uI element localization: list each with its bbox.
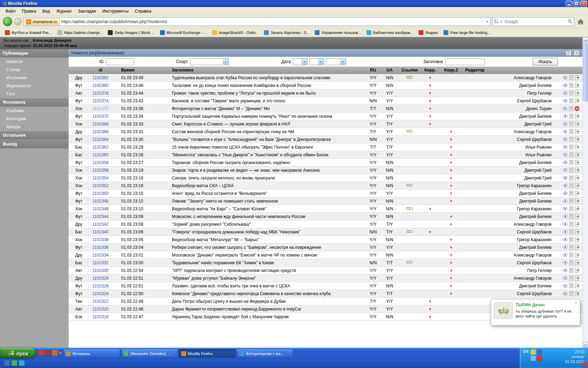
export-icon[interactable] (575, 237, 580, 242)
news-id-link[interactable]: 1102366 (92, 129, 108, 134)
korr2-cell[interactable]: + (440, 284, 462, 288)
edit-icon[interactable] (569, 283, 574, 288)
view-icon[interactable] (562, 161, 568, 164)
links-icon[interactable] (406, 75, 413, 80)
quicklaunch-icon[interactable] (38, 350, 44, 356)
edit-icon[interactable] (569, 183, 574, 188)
language-indicator[interactable]: EN (523, 349, 528, 354)
export-icon[interactable] (575, 175, 580, 180)
korr-cell[interactable]: + (420, 106, 440, 111)
vertical-scrollbar[interactable]: ▲ ▼ (582, 37, 588, 348)
sidebar-item[interactable]: Статьи (0, 66, 69, 74)
news-id-link[interactable]: 1102336 (92, 245, 108, 250)
korr2-cell[interactable]: + (440, 137, 462, 142)
korr-cell[interactable]: + (420, 314, 440, 319)
edit-icon[interactable] (569, 252, 574, 258)
export-icon[interactable] (575, 75, 580, 80)
export-icon[interactable] (575, 252, 580, 258)
minimize-button[interactable] (566, 1, 572, 6)
view-icon[interactable] (562, 207, 568, 211)
search-button[interactable]: Искать (533, 58, 558, 66)
news-id-link[interactable]: 1102324 (92, 291, 108, 296)
maximize-button[interactable] (573, 1, 580, 6)
bookmark-item[interactable]: Футбол и Хоккей Рос... (3, 29, 54, 36)
date-month-select[interactable]: ▼ (309, 58, 324, 65)
view-icon[interactable] (562, 137, 568, 141)
edit-icon[interactable] (569, 214, 574, 219)
blocked-icon[interactable] (574, 106, 580, 111)
menu-item[interactable]: Инструменты (99, 7, 132, 15)
export-icon[interactable] (575, 98, 580, 103)
taskbar-window-button[interactable]: Mozilla Firefox (179, 349, 236, 358)
tray-icon[interactable] (531, 356, 536, 361)
bookmark-star-icon[interactable]: ☆ (480, 19, 484, 24)
title-filter-input[interactable] (446, 59, 485, 65)
scroll-down-icon[interactable]: ▼ (583, 342, 588, 348)
forward-button[interactable]: → (14, 18, 22, 26)
tray-icon[interactable] (537, 356, 542, 361)
view-icon[interactable] (562, 191, 568, 195)
quicklaunch-icon[interactable] (19, 360, 24, 366)
news-id-link[interactable]: 1102358 (92, 160, 108, 165)
korr-cell[interactable]: + (420, 75, 440, 80)
korr-cell[interactable]: + (420, 91, 440, 96)
korr-cell[interactable]: + (420, 122, 440, 127)
tray-alert-icon[interactable] (582, 362, 587, 367)
view-icon[interactable] (562, 176, 568, 180)
taskbar-window-button[interactable]: Ветераны (63, 349, 120, 358)
links-icon[interactable] (406, 260, 413, 265)
search-engine-dropdown-icon[interactable]: ▾ (499, 20, 503, 23)
korr-cell[interactable]: + (420, 307, 440, 312)
date-year-select[interactable]: ▼ (326, 58, 346, 65)
chevron-down-icon[interactable]: ▼ (340, 59, 345, 64)
bookmark-item[interactable]: Яндекс (416, 29, 440, 36)
search-input[interactable] (504, 19, 566, 24)
korr-cell[interactable]: + (420, 299, 440, 304)
edit-icon[interactable] (569, 160, 574, 165)
korr2-cell[interactable]: + (440, 245, 462, 250)
edit-icon[interactable] (569, 144, 574, 150)
url-input[interactable] (61, 19, 478, 24)
menu-item[interactable]: Справка (132, 7, 154, 15)
edit-icon[interactable] (569, 198, 574, 204)
close-icon[interactable]: × (575, 300, 577, 305)
news-id-link[interactable]: 1102330 (92, 268, 108, 273)
tray-icon[interactable] (537, 349, 542, 355)
edit-icon[interactable] (569, 129, 574, 134)
view-icon[interactable] (562, 99, 568, 103)
menu-item[interactable]: Закладки (75, 7, 99, 15)
sidebar-item[interactable]: Альбомы (0, 107, 69, 115)
sidebar-item[interactable]: Новости (0, 58, 69, 66)
sidebar-item[interactable]: Выход (0, 140, 69, 149)
sidebar-item[interactable]: Фотолента (0, 98, 69, 107)
bookmark-item[interactable]: Управление пользов... (313, 29, 363, 36)
back-button[interactable]: ← (3, 17, 12, 26)
export-icon[interactable] (575, 137, 580, 142)
view-icon[interactable] (562, 268, 568, 272)
edit-icon[interactable] (569, 106, 573, 111)
url-dropdown-icon[interactable]: ▾ (485, 20, 489, 23)
korr2-cell[interactable]: + (440, 183, 462, 188)
sidebar-item[interactable]: Категории (0, 115, 69, 123)
news-id-link[interactable]: 1102354 (92, 176, 108, 180)
taskbar-window-button[interactable]: Фоторепортаж с ма... (237, 349, 293, 358)
news-id-link[interactable]: 1102328 (92, 276, 108, 281)
view-icon[interactable] (562, 130, 568, 134)
korr2-cell[interactable]: + (440, 129, 462, 134)
scrollbar-thumb[interactable] (583, 43, 588, 101)
export-icon[interactable] (575, 214, 580, 219)
bookmark-item[interactable]: ImageShack® - Onlin... (210, 29, 261, 36)
korr2-cell[interactable]: + (440, 168, 462, 173)
news-id-link[interactable]: 1102326 (92, 284, 108, 288)
start-button[interactable]: пуск (0, 348, 36, 359)
news-id-link[interactable]: 1102374 (92, 98, 108, 103)
export-icon[interactable] (575, 83, 580, 88)
menu-item[interactable]: Файл (2, 7, 19, 15)
view-icon[interactable] (562, 122, 568, 126)
korr2-cell[interactable]: + (440, 291, 462, 296)
view-icon[interactable] (562, 107, 568, 110)
export-icon[interactable] (575, 275, 580, 281)
bookmark-item[interactable]: Залить Картинку - З... (262, 29, 312, 36)
taskbar-window-button[interactable]: [Alexander Demidov] ... (121, 349, 178, 358)
edit-icon[interactable] (569, 175, 574, 180)
